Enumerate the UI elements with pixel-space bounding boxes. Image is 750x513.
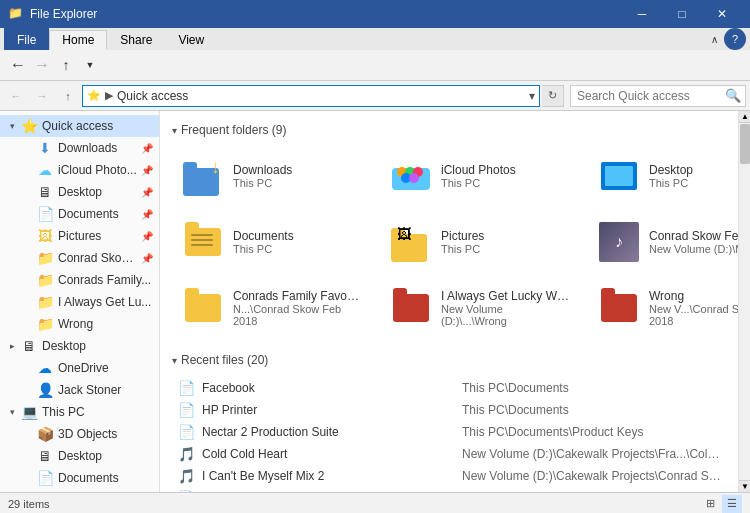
nav-forward-button[interactable]: → bbox=[30, 84, 54, 108]
recent-item-nectar-2[interactable]: 📄 Nectar 2 Production Suite This PC\Docu… bbox=[172, 421, 726, 443]
search-input[interactable] bbox=[571, 86, 721, 106]
nav-up-button[interactable]: ↑ bbox=[56, 84, 80, 108]
folder-item-desktop[interactable]: Desktop This PC bbox=[588, 147, 738, 205]
expander-icon[interactable]: ▾ bbox=[4, 121, 20, 131]
folder-item-i-always[interactable]: I Always Get Lucky With Y New Volume (D:… bbox=[380, 279, 580, 337]
expander-this-pc[interactable]: ▾ bbox=[4, 407, 20, 417]
tab-file[interactable]: File bbox=[4, 28, 49, 50]
expand-ribbon-button[interactable]: ∧ bbox=[704, 29, 724, 49]
view-buttons: ⊞ ☰ bbox=[700, 495, 742, 513]
recent-item-hp-printer[interactable]: 📄 HP Printer This PC\Documents bbox=[172, 399, 726, 421]
downloads-folder-name: Downloads bbox=[233, 163, 292, 177]
recent-item-facebook[interactable]: 📄 Facebook This PC\Documents bbox=[172, 377, 726, 399]
sidebar-item-i-always-get[interactable]: 📁 I Always Get Lu... bbox=[0, 291, 159, 313]
icloud-svg bbox=[392, 162, 430, 190]
recent-item-cold-cold-heart[interactable]: 🎵 Cold Cold Heart New Volume (D:)\Cakewa… bbox=[172, 443, 726, 465]
docs-folder-name: Documents bbox=[233, 229, 294, 243]
refresh-button[interactable]: ↻ bbox=[542, 85, 564, 107]
this-pc-icon: 💻 bbox=[20, 403, 38, 421]
sidebar-item-documents[interactable]: 📄 Documents 📌 bbox=[0, 203, 159, 225]
close-button[interactable]: ✕ bbox=[702, 0, 742, 28]
scroll-down-button[interactable]: ▼ bbox=[739, 480, 750, 492]
main-layout: ▾ ⭐ Quick access ⬇ Downloads 📌 ☁ iCloud … bbox=[0, 111, 750, 492]
address-dropdown-button[interactable]: ▾ bbox=[525, 89, 539, 103]
folder-item-icloud-photos[interactable]: iCloud Photos This PC bbox=[380, 147, 580, 205]
list-view-button[interactable]: ☰ bbox=[722, 495, 742, 513]
docs-lines-decoration bbox=[191, 234, 213, 249]
forward-qat-button[interactable]: → bbox=[32, 55, 52, 75]
facebook-file-name: Facebook bbox=[202, 381, 462, 395]
sidebar-label-documents2: Documents bbox=[58, 471, 153, 485]
folder-icon-wrong: 📁 bbox=[36, 315, 54, 333]
icloud-folder-icon-wrap bbox=[389, 154, 433, 198]
chevron-recent-icon[interactable]: ▾ bbox=[172, 355, 177, 366]
help-button[interactable]: ? bbox=[724, 28, 746, 50]
docs-folder-icon-wrap bbox=[181, 220, 225, 264]
sidebar-label-wrong: Wrong bbox=[58, 317, 153, 331]
sidebar-item-downloads[interactable]: ⬇ Downloads 📌 bbox=[0, 137, 159, 159]
downloads-folder-icon-wrap: ↓ bbox=[181, 154, 225, 198]
address-display[interactable]: Quick access bbox=[113, 89, 525, 103]
sidebar-item-documents2[interactable]: 📄 Documents bbox=[0, 467, 159, 489]
sidebar-item-desktop[interactable]: 🖥 Desktop 📌 bbox=[0, 181, 159, 203]
conrads-family-info: Conrads Family Favorites N...\Conrad Sko… bbox=[233, 289, 363, 327]
sidebar-item-conrad-skow-fe[interactable]: 📁 Conrad Skow Fe... 📌 bbox=[0, 247, 159, 269]
docx-icon-4: 📄 bbox=[178, 490, 195, 492]
minimize-button[interactable]: ─ bbox=[622, 0, 662, 28]
dropdown-qat-button[interactable]: ▼ bbox=[80, 55, 100, 75]
up-qat-button[interactable]: ↑ bbox=[56, 55, 76, 75]
nav-back-button[interactable]: ← bbox=[4, 84, 28, 108]
search-button[interactable]: 🔍 bbox=[721, 86, 745, 106]
folder-item-conrads-family[interactable]: Conrads Family Favorites N...\Conrad Sko… bbox=[172, 279, 372, 337]
scroll-thumb[interactable] bbox=[740, 124, 750, 164]
wrong-folder-icon bbox=[601, 294, 637, 322]
docx-icon-2: 📄 bbox=[178, 402, 195, 418]
folder-item-pictures[interactable]: 🖼 Pictures This PC bbox=[380, 213, 580, 271]
music-folder-icon: ♪ bbox=[599, 222, 639, 262]
sidebar-label-icloud-photos: iCloud Photo... bbox=[58, 163, 139, 177]
sidebar-item-pictures[interactable]: 🖼 Pictures 📌 bbox=[0, 225, 159, 247]
recent-item-i-cant-be-myself[interactable]: 🎵 I Can't Be Myself Mix 2 New Volume (D:… bbox=[172, 465, 726, 487]
pictures-folder-name: Pictures bbox=[441, 229, 484, 243]
quick-access-toolbar: ← → ↑ ▼ bbox=[8, 55, 100, 75]
tab-view[interactable]: View bbox=[165, 29, 217, 49]
onedrive-icon: ☁ bbox=[36, 359, 54, 377]
sidebar-label-onedrive: OneDrive bbox=[58, 361, 153, 375]
expander-desktop[interactable]: ▸ bbox=[4, 341, 20, 351]
folder-item-documents[interactable]: Documents This PC bbox=[172, 213, 372, 271]
app-title: File Explorer bbox=[30, 7, 622, 21]
i-cant-be-myself-file-icon: 🎵 bbox=[176, 466, 196, 486]
scroll-up-button[interactable]: ▲ bbox=[739, 111, 750, 123]
recent-files-header: ▾ Recent files (20) bbox=[172, 353, 726, 367]
grid-view-button[interactable]: ⊞ bbox=[700, 495, 720, 513]
maximize-button[interactable]: □ bbox=[662, 0, 702, 28]
pictures-folder-info: Pictures This PC bbox=[441, 229, 484, 255]
sidebar-item-icloud-photos[interactable]: ☁ iCloud Photo... 📌 bbox=[0, 159, 159, 181]
desktop-folder-name: Desktop bbox=[649, 163, 693, 177]
sidebar-item-desktop3[interactable]: 🖥 Desktop bbox=[0, 445, 159, 467]
sidebar-item-this-pc[interactable]: ▾ 💻 This PC bbox=[0, 401, 159, 423]
3d-icon: 📦 bbox=[36, 425, 54, 443]
sidebar-item-quick-access[interactable]: ▾ ⭐ Quick access bbox=[0, 115, 159, 137]
pin-icon-3: 📌 bbox=[141, 187, 153, 198]
folder-item-wrong[interactable]: Wrong New V...\Conrad Skow 2018 bbox=[588, 279, 738, 337]
downloads-folder-icon: ↓ bbox=[183, 156, 223, 196]
folder-icon-cf: 📁 bbox=[36, 271, 54, 289]
sidebar-label-desktop3: Desktop bbox=[58, 449, 153, 463]
music-folder-name: Conrad Skow Feb 2018 bbox=[649, 229, 738, 243]
sidebar-item-downloads2[interactable]: ⬇ Downloads bbox=[0, 489, 159, 492]
sidebar-item-desktop2[interactable]: ▸ 🖥 Desktop bbox=[0, 335, 159, 357]
sidebar-item-conrads-family[interactable]: 📁 Conrads Family... bbox=[0, 269, 159, 291]
sidebar-item-jack-stoner[interactable]: 👤 Jack Stoner bbox=[0, 379, 159, 401]
chevron-frequent-icon[interactable]: ▾ bbox=[172, 125, 177, 136]
recent-item-izotope[interactable]: 📄 Izotope This PC\Documents\Product Keys bbox=[172, 487, 726, 492]
tab-share[interactable]: Share bbox=[107, 29, 165, 49]
folder-item-downloads[interactable]: ↓ Downloads This PC bbox=[172, 147, 372, 205]
wrong-icon-wrap bbox=[597, 286, 641, 330]
sidebar-item-wrong[interactable]: 📁 Wrong bbox=[0, 313, 159, 335]
back-qat-button[interactable]: ← bbox=[8, 55, 28, 75]
tab-home[interactable]: Home bbox=[49, 30, 107, 50]
sidebar-item-3d-objects[interactable]: 📦 3D Objects bbox=[0, 423, 159, 445]
sidebar-item-onedrive[interactable]: ☁ OneDrive bbox=[0, 357, 159, 379]
folder-item-conrad-skow[interactable]: ♪ Conrad Skow Feb 2018 New Volume (D:)\M… bbox=[588, 213, 738, 271]
